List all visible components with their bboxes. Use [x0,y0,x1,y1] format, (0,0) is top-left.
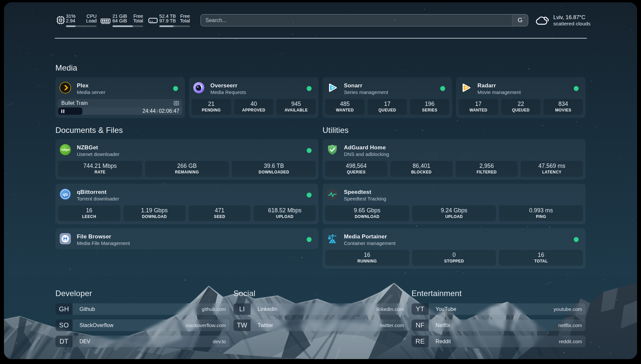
service-subtitle: Usenet downloader [77,151,119,157]
status-dot [440,86,445,91]
plex-icon [59,82,71,94]
stat-label: LATENCY [521,170,583,175]
service-card-qbittorrent[interactable]: qb qBittorrent Torrent downloader 16LEEC… [55,184,319,224]
bookmark-reddit[interactable]: RE Reddit reddit.com [412,336,586,347]
service-card-adguard[interactable]: AdGuard Home DNS and adblocking 498,564Q… [322,139,586,180]
cpu-load: 2.94 [66,19,75,23]
service-card-portainer[interactable]: Media Portainer Container management 16R… [322,228,586,269]
stat-queued: 22QUEUED [501,99,541,115]
service-card-radarr[interactable]: Radarr Movie management 17WANTED 22QUEUE… [456,77,586,118]
stat-value: 1.19 Gbps [123,207,186,214]
stat-wanted: 485WANTED [325,99,365,115]
stat-value: 86,401 [390,163,453,169]
bookmark-domain: youtube.com [554,303,582,315]
service-name: NZBGet [77,144,98,151]
weather-widget: Lviv, 16.87°C scattered clouds [553,14,591,27]
service-card-nzbget[interactable]: nzbget NZBGet Usenet downloader 744.21 M… [55,139,319,180]
search-bar: G [200,14,528,26]
bookmark-twitter[interactable]: TW Twitter twitter.com [233,319,408,331]
service-card-sonarr[interactable]: Sonarr Series management 485WANTED 17QUE… [322,77,452,118]
cpu-progress-bar [66,25,97,27]
svg-text:nzbget: nzbget [61,148,70,151]
filebrowser-icon [59,233,71,245]
service-name: Overseerr [210,82,237,89]
bookmark-stackoverflow[interactable]: SO StackOverflow stackoverflow.com [55,319,229,331]
stat-label: REMAINING [145,170,229,175]
stat-remaining: 266 GBREMAINING [145,161,229,177]
bookmark-netflix[interactable]: NF Netflix netflix.com [412,319,586,331]
stat-label: FILTERED [456,170,518,175]
stat-filtered: 2,956FILTERED [456,161,518,177]
stat-label: QUEUED [368,108,407,113]
stat-label: PENDING [192,108,231,113]
dashboard-screen: 31%CPU 2.94Load [4,2,637,359]
stat-value: 471 [189,207,251,214]
stat-label: WANTED [325,108,365,113]
bookmark-github[interactable]: GH Github github.com [55,303,229,315]
progress-fill [159,25,173,27]
stat-label: PING [499,214,583,219]
service-name: Speedtest [344,189,371,196]
stat-label: SEED [189,214,251,219]
stat-queries: 498,564QUERIES [325,161,387,177]
stat-label: WANTED [459,108,498,113]
service-name: AdGuard Home [344,144,386,151]
service-card-plex[interactable]: Plex Media server Bullet Train 24:44/02:… [55,77,185,118]
bookmark-name: Reddit [436,336,451,347]
stat-value: 21 [192,101,231,107]
progress-fill [66,25,76,27]
stat-blocked: 86,401BLOCKED [390,161,453,177]
pause-icon[interactable] [61,109,64,113]
section-title-documents: Documents & Files [55,126,123,135]
bookmark-dev[interactable]: DT DEV dev.to [55,336,229,347]
bookmark-youtube[interactable]: YT YouTube youtube.com [412,303,586,315]
stat-label: QUEUED [501,108,541,113]
stat-value: 485 [325,101,365,107]
stat-pending: 21PENDING [192,99,231,115]
section-title-entertainment: Entertainment [412,289,462,298]
stat-label: LEECH [58,214,120,219]
stat-series: 196SERIES [410,99,449,115]
service-subtitle: Speedtest Tracking [344,196,386,201]
cpu-text-block: 31%CPU 2.94Load [66,14,97,23]
status-dot [574,86,579,91]
stat-value: 40 [234,101,274,107]
service-stats-row: 744.21 MbpsRATE 266 GBREMAINING 39.6 TBD… [58,161,316,177]
now-playing-row: Bullet Train [58,99,182,107]
cpu-icon [55,15,66,25]
disk-icon [148,15,158,25]
stat-value: 16 [325,252,409,258]
service-subtitle: Media Requests [210,89,246,95]
stat-label: BLOCKED [390,170,453,175]
service-subtitle: Torrent downloader [77,196,119,201]
playback-time: 24:44/02:06:47 [142,107,179,115]
stat-queued: 17QUEUED [368,99,407,115]
bookmark-linkedin[interactable]: LI LinkedIn linkedin.com [233,303,408,315]
stat-label: DOWNLOAD [325,214,409,219]
bookmark-domain: reddit.com [559,336,582,347]
stat-approved: 40APPROVED [234,99,274,115]
bookmark-name: StackOverflow [79,319,113,331]
stat-stopped: 0STOPPED [412,250,496,266]
service-card-speedtest[interactable]: Speedtest Speedtest Tracking 9.65 GbpsDO… [322,184,586,224]
search-provider-button[interactable]: G [512,15,528,26]
disk-total-label: Total [180,19,190,23]
service-card-overseerr[interactable]: Overseerr Media Requests 21PENDING 40APP… [189,77,319,118]
service-subtitle: Movie management [477,89,521,95]
stat-ping: 0.993 msPING [499,205,583,221]
service-card-filebrowser[interactable]: File Browser Media File Management [55,228,319,249]
sonarr-icon [326,82,338,94]
playback-progress-bar[interactable]: 24:44/02:06:47 [58,107,182,115]
stat-value: 17 [368,101,407,107]
bookmark-abbr: RE [412,336,429,347]
service-stats-row: 16LEECH 1.19 GbpsDOWNLOAD 471SEED 618.52… [58,205,316,221]
bookmark-name: LinkedIn [258,303,278,315]
svg-text:qb: qb [63,192,68,197]
now-playing-title: Bullet Train [61,99,88,107]
search-input[interactable] [201,17,512,23]
stat-label: APPROVED [234,108,274,113]
stat-upload: 9.24 GbpsUPLOAD [412,205,496,221]
stat-value: 196 [410,101,449,107]
radarr-icon [460,82,472,94]
service-subtitle: Media server [77,89,106,95]
